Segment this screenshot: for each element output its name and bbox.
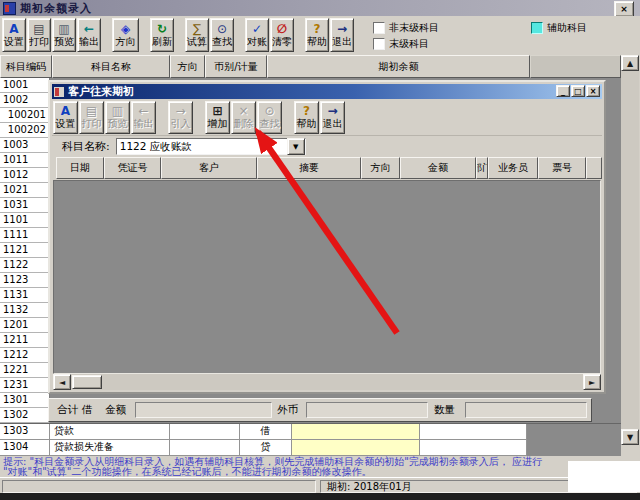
- dialog-window-buttons: _ □ ×: [555, 85, 600, 97]
- maximize-icon[interactable]: □: [571, 85, 585, 97]
- main-vertical-scrollbar[interactable]: ▲ ▼: [621, 55, 639, 445]
- exit-icon: →: [337, 23, 347, 36]
- account-code-cell[interactable]: 1121: [0, 243, 50, 258]
- toolbar-button[interactable]: ∑ 试算: [185, 18, 209, 52]
- toolbar-button[interactable]: ✓ 对账: [245, 18, 269, 52]
- totals-bar: 合计 借 金额 外币 数量: [48, 398, 592, 422]
- toolbar-button[interactable]: A 设置: [2, 18, 26, 52]
- total-label: 合计: [57, 403, 78, 417]
- dialog-toolbar-button[interactable]: ← 输出: [131, 101, 156, 134]
- account-select-value[interactable]: 1122 应收账款: [117, 140, 287, 154]
- dialog-toolbar-button[interactable]: ▥ 预览: [105, 101, 130, 134]
- scroll-up-icon[interactable]: ▲: [621, 55, 639, 71]
- direction-cell[interactable]: 贷: [240, 440, 292, 456]
- account-code-cell[interactable]: 1031: [0, 198, 50, 213]
- scrollbar-thumb[interactable]: [72, 375, 102, 389]
- direction-cell[interactable]: 借: [240, 424, 292, 440]
- checkbox[interactable]: 辅助科目: [531, 21, 587, 35]
- account-code-cell[interactable]: 1002: [0, 93, 50, 108]
- checkbox-box-icon[interactable]: [373, 38, 385, 50]
- bottom-strip: [0, 493, 640, 500]
- opening-balance-cell[interactable]: [292, 440, 420, 456]
- scroll-right-icon[interactable]: ►: [583, 374, 601, 390]
- dialog-toolbar-button-label: 帮助: [297, 118, 317, 129]
- account-code-cell[interactable]: 1132: [0, 303, 50, 318]
- account-name-cell[interactable]: 贷款: [50, 424, 170, 440]
- chevron-down-icon[interactable]: ▼: [287, 138, 305, 155]
- account-code-cell[interactable]: 1021: [0, 183, 50, 198]
- account-code-cell[interactable]: 1303: [0, 424, 50, 440]
- toolbar-button[interactable]: ⊙ 查找: [210, 18, 234, 52]
- toolbar-button[interactable]: ? 帮助: [305, 18, 329, 52]
- close-icon[interactable]: ×: [614, 1, 634, 17]
- toolbar-button[interactable]: ← 输出: [77, 18, 101, 52]
- checkbox-box-icon[interactable]: [373, 22, 385, 34]
- dialog-toolbar-button-label: 退出: [323, 118, 343, 129]
- add-icon: ⊞: [212, 105, 222, 118]
- opening-balance-cell[interactable]: [292, 424, 420, 440]
- toolbar-button-label: 查找: [212, 36, 232, 47]
- account-code-cell[interactable]: 1123: [0, 273, 50, 288]
- import-icon: →: [175, 105, 185, 118]
- close-icon[interactable]: ×: [586, 85, 600, 97]
- scroll-left-icon[interactable]: ◄: [53, 374, 71, 390]
- dialog-title: 客户往来期初: [68, 84, 134, 99]
- account-code-cell[interactable]: 1122: [0, 258, 50, 273]
- row-filler: [527, 440, 621, 456]
- scroll-down-icon[interactable]: ▼: [621, 429, 639, 445]
- dialog-toolbar-button[interactable]: ⊞ 增加: [205, 101, 230, 134]
- toolbar-button[interactable]: ∅ 清零: [270, 18, 294, 52]
- dialog-toolbar-button[interactable]: A 设置: [53, 101, 78, 134]
- checkbox-label: 辅助科目: [547, 21, 587, 35]
- toolbar-button[interactable]: ▤ 打印: [27, 18, 51, 52]
- dialog-toolbar-button[interactable]: × 删除: [231, 101, 256, 134]
- checkbox-box-icon[interactable]: [531, 22, 543, 34]
- dialog-toolbar-button[interactable]: ⊙ 查找: [257, 101, 282, 134]
- account-code-cell[interactable]: 100201: [0, 108, 50, 123]
- total-direction-value: 借: [82, 403, 93, 417]
- toolbar-button[interactable]: ↻ 刷新: [150, 18, 174, 52]
- account-code-cell[interactable]: 1211: [0, 333, 50, 348]
- toolbar-button-label: 帮助: [307, 36, 327, 47]
- dialog-toolbar-button-label: 输出: [134, 118, 154, 129]
- account-code-cell[interactable]: 1011: [0, 153, 50, 168]
- dialog-column-header: 票号: [538, 157, 586, 179]
- toolbar-button[interactable]: ◈ 方向: [112, 18, 139, 52]
- checkbox[interactable]: 末级科目: [373, 37, 429, 51]
- dialog-titlebar[interactable]: 客户往来期初 _ □ ×: [52, 84, 602, 99]
- main-titlebar: 期初余额录入 ×: [0, 0, 640, 16]
- dialog-column-header: 日期: [56, 157, 104, 179]
- account-code-cell[interactable]: 1111: [0, 228, 50, 243]
- account-code-cell[interactable]: 1301: [0, 393, 50, 408]
- account-code-cell[interactable]: 1304: [0, 440, 50, 456]
- account-code-cell[interactable]: 1212: [0, 348, 50, 363]
- account-code-cell[interactable]: 1001: [0, 78, 50, 93]
- account-code-cell[interactable]: 100202: [0, 123, 50, 138]
- toolbar-button[interactable]: ▥ 预览: [52, 18, 76, 52]
- dialog-toolbar-button[interactable]: → 引入: [168, 101, 193, 134]
- toolbar-button-label: 设置: [4, 36, 24, 47]
- checkbox[interactable]: 非末级科目: [373, 21, 439, 35]
- account-code-cell[interactable]: 1201: [0, 318, 50, 333]
- account-code-cell[interactable]: 1231: [0, 378, 50, 393]
- dialog-toolbar-button[interactable]: ▤ 打印: [79, 101, 104, 134]
- account-code-cell[interactable]: 1302: [0, 408, 50, 423]
- quantity-label: 数量: [434, 403, 455, 417]
- dialog-toolbar-button-label: 设置: [56, 118, 76, 129]
- toolbar-button-label: 预览: [54, 36, 74, 47]
- minimize-icon[interactable]: _: [556, 85, 570, 97]
- foreign-currency-label: 外币: [277, 403, 298, 417]
- account-code-cell[interactable]: 1003: [0, 138, 50, 153]
- account-name-cell[interactable]: 贷款损失准备: [50, 440, 170, 456]
- account-select[interactable]: 1122 应收账款 ▼: [116, 138, 306, 155]
- dialog-toolbar-button[interactable]: ? 帮助: [294, 101, 319, 134]
- dialog-toolbar-button-label: 引入: [171, 118, 191, 129]
- toolbar-button[interactable]: → 退出: [330, 18, 354, 52]
- account-code-cell[interactable]: 1101: [0, 213, 50, 228]
- hint-line-2: "对账"和"试算"二个功能操作，在系统已经记账后，不能进行期初余额的修改操作。: [3, 467, 633, 477]
- account-code-cell[interactable]: 1221: [0, 363, 50, 378]
- account-code-cell[interactable]: 1131: [0, 288, 50, 303]
- account-code-cell[interactable]: 1012: [0, 168, 50, 183]
- dialog-toolbar-button[interactable]: → 退出: [320, 101, 345, 134]
- dialog-horizontal-scrollbar[interactable]: ◄ ►: [53, 374, 601, 390]
